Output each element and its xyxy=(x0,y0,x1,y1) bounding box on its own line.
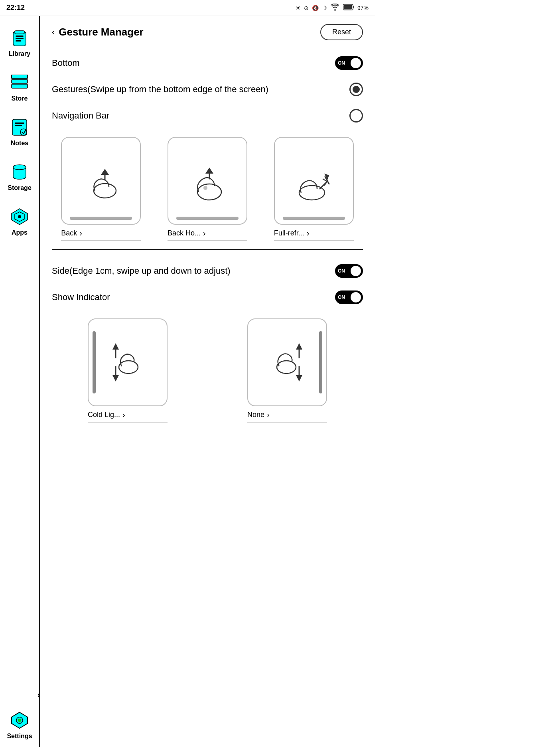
card-box-back xyxy=(61,137,141,225)
gesture-card-coldlig[interactable]: Cold Lig... › xyxy=(52,318,203,423)
sidebar-item-storage[interactable]: Storage xyxy=(0,154,39,199)
chevron-back: › xyxy=(79,229,82,238)
sidebar-item-apps[interactable]: Apps xyxy=(0,199,39,243)
side-bar-right xyxy=(319,331,322,393)
svg-rect-6 xyxy=(16,38,24,39)
settings-icon xyxy=(9,709,30,731)
show-indicator-toggle[interactable]: ON xyxy=(335,290,363,304)
card-box-none xyxy=(247,318,327,406)
svg-rect-14 xyxy=(15,123,24,124)
back-gesture-svg xyxy=(77,153,125,209)
back-button[interactable]: ‹ xyxy=(52,27,55,38)
card-label-back: Back xyxy=(61,229,77,237)
storage-icon xyxy=(9,161,30,183)
card-box-coldlig xyxy=(88,318,168,406)
header-left: ‹ Gesture Manager xyxy=(52,26,144,38)
svg-point-23 xyxy=(197,184,221,200)
svg-marker-33 xyxy=(296,343,302,350)
card-label-row-backho: Back Ho... › xyxy=(168,229,247,238)
card-underline-none xyxy=(247,422,327,423)
gesture-card-none[interactable]: None › xyxy=(211,318,363,423)
store-label: Store xyxy=(12,95,28,102)
apps-label: Apps xyxy=(12,229,28,236)
sidebar-item-settings[interactable]: Settings xyxy=(0,702,39,747)
gestures-radio-inner xyxy=(353,86,360,93)
fullrefr-gesture-svg xyxy=(290,153,338,209)
reset-button[interactable]: Reset xyxy=(320,24,363,40)
show-indicator-toggle-knob xyxy=(351,292,361,302)
svg-rect-10 xyxy=(12,79,28,83)
gesture-card-fullrefr[interactable]: Full-refr... › xyxy=(264,137,363,241)
card-label-fullrefr: Full-refr... xyxy=(274,229,304,237)
status-bar: 22:12 ☀ ⊙ 🔇 ☽ 97% xyxy=(0,0,375,16)
sidebar-item-library[interactable]: Library xyxy=(0,20,39,65)
side-toggle-knob xyxy=(351,266,361,276)
svg-marker-30 xyxy=(112,375,119,381)
chevron-coldlig: › xyxy=(122,410,125,419)
card-label-coldlig: Cold Lig... xyxy=(88,411,120,419)
bottom-toggle[interactable]: ON xyxy=(335,56,363,70)
gesture-card-backho[interactable]: Back Ho... › xyxy=(158,137,257,241)
svg-marker-35 xyxy=(296,375,302,381)
svg-point-24 xyxy=(203,186,207,190)
side-toggle[interactable]: ON xyxy=(335,264,363,278)
sidebar-item-notes[interactable]: Notes xyxy=(0,109,39,154)
svg-point-18 xyxy=(18,215,21,218)
side-bar-left xyxy=(93,331,96,393)
gestures-row[interactable]: Gestures(Swipe up from the bottom edge o… xyxy=(52,76,363,103)
page-title: Gesture Manager xyxy=(59,26,143,38)
svg-rect-1 xyxy=(353,6,354,8)
card-box-fullrefr xyxy=(274,137,354,225)
store-icon xyxy=(9,72,30,93)
gestures-radio[interactable] xyxy=(349,83,363,96)
status-icons: ☀ ⊙ 🔇 ☽ 97% xyxy=(296,4,369,12)
svg-rect-7 xyxy=(16,40,21,42)
sidebar: Library Store Notes xyxy=(0,16,40,747)
header: ‹ Gesture Manager Reset xyxy=(52,24,363,40)
svg-point-21 xyxy=(18,719,21,722)
card-bottom-bar-fullrefr xyxy=(283,217,345,220)
show-indicator-label: Show Indicator xyxy=(52,292,110,302)
settings-label: Settings xyxy=(7,733,32,740)
card-box-backho xyxy=(168,137,247,225)
backho-gesture-svg xyxy=(183,153,231,209)
chevron-backho: › xyxy=(203,229,206,238)
svg-rect-5 xyxy=(16,36,24,37)
notes-icon xyxy=(9,117,30,138)
bottom-toggle-knob xyxy=(351,58,361,68)
battery-icon xyxy=(343,4,354,12)
card-label-row-fullrefr: Full-refr... › xyxy=(274,229,354,238)
svg-rect-9 xyxy=(12,75,28,79)
side-section-row: Side(Edge 1cm, swipe up and down to adju… xyxy=(52,258,363,284)
card-underline-back xyxy=(61,240,141,241)
library-icon xyxy=(9,27,30,49)
card-bottom-bar xyxy=(70,217,132,220)
card-underline-backho xyxy=(168,240,247,241)
card-bottom-bar-backho xyxy=(176,217,239,220)
side-gesture-cards: Cold Lig... › None › xyxy=(52,318,363,423)
side-label: Side(Edge 1cm, swipe up and down to adju… xyxy=(52,266,231,276)
card-underline-coldlig xyxy=(88,422,168,423)
gesture-card-back[interactable]: Back › xyxy=(52,137,150,241)
svg-point-31 xyxy=(277,361,296,374)
card-label-row-back: Back › xyxy=(61,229,141,238)
chevron-none: › xyxy=(267,410,270,419)
card-label-none: None xyxy=(247,411,264,419)
svg-rect-15 xyxy=(15,125,22,126)
card-label-backho: Back Ho... xyxy=(168,229,201,237)
show-indicator-row: Show Indicator ON xyxy=(52,284,363,310)
wifi-icon xyxy=(330,4,340,12)
status-time: 22:12 xyxy=(6,4,25,12)
card-underline-fullrefr xyxy=(274,240,354,241)
mute-icon: 🔇 xyxy=(312,5,319,11)
svg-rect-4 xyxy=(15,31,24,34)
storage-label: Storage xyxy=(8,184,32,192)
navigation-bar-row[interactable]: Navigation Bar xyxy=(52,103,363,129)
sidebar-item-store[interactable]: Store xyxy=(0,65,39,109)
navigation-bar-radio[interactable] xyxy=(349,109,363,123)
svg-point-26 xyxy=(119,361,138,374)
card-label-row-coldlig: Cold Lig... › xyxy=(88,410,168,419)
card-label-row-none: None › xyxy=(247,410,327,419)
moon-icon: ☽ xyxy=(322,5,327,11)
svg-point-22 xyxy=(94,184,116,198)
